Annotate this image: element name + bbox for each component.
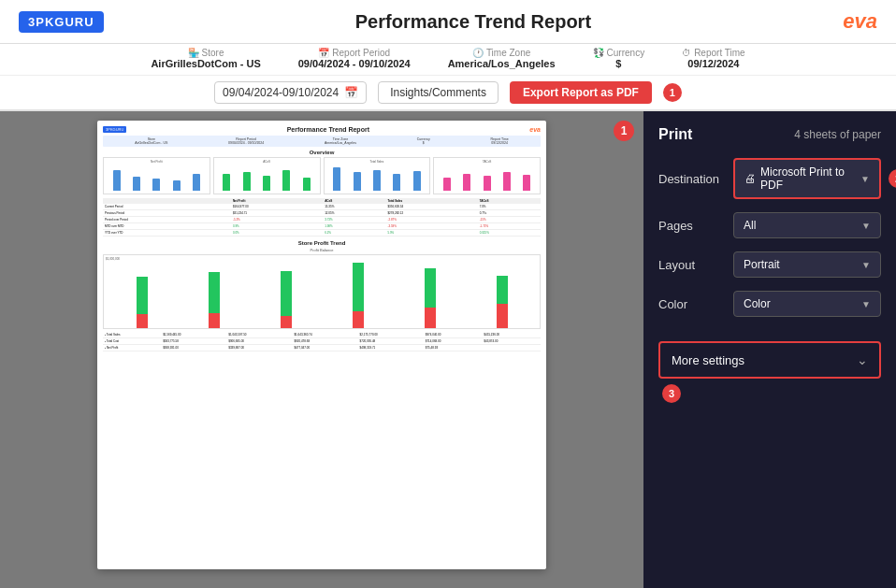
more-settings-button[interactable]: More settings ⌄ (658, 341, 881, 379)
preview-panel: 1 3PKGURU Performance Trend Report eva S… (0, 111, 643, 588)
currency-icon: 💱 (593, 48, 604, 58)
report-preview: 3PKGURU Performance Trend Report eva Sto… (97, 121, 546, 569)
profit-bar-july (353, 263, 364, 328)
destination-badge: 2 (889, 169, 896, 188)
layout-row: Layout Portrait ▼ (658, 251, 881, 278)
expand-icon: ⌄ (857, 352, 868, 367)
store-icon: 🏪 (188, 48, 199, 58)
meta-report-time: ⏱ Report Time 09/12/2024 (682, 48, 744, 69)
meta-report-period: 📅 Report Period 09/04/2024 - 09/10/2024 (298, 48, 411, 69)
profit-bar-may (209, 272, 220, 328)
profit-bar-august (425, 268, 436, 328)
meta-info-row: 🏪 Store AirGrillesDotCom - US 📅 Report P… (0, 44, 896, 76)
profit-summary-table: ▪ Total Sales $1,569,445.00 $1,043,597.5… (103, 332, 541, 351)
profit-bar-june (281, 271, 292, 328)
print-sheets-count: 4 sheets of paper (794, 128, 881, 141)
pages-label: Pages (658, 219, 733, 233)
profit-trend-title: Store Profit Trend (103, 240, 541, 246)
preview-logo: 3PKGURU (103, 126, 126, 133)
overview-charts: Net Profit ACoS (103, 157, 541, 194)
layout-value: Portrait (744, 258, 780, 271)
table-row: MTD over MTD 0.9% 1.98% -3.59% -1.72% (103, 223, 541, 230)
chevron-down-icon: ▼ (861, 221, 871, 231)
preview-badge: 1 (614, 121, 634, 141)
print-panel: Print 4 sheets of paper Destination 🖨 Mi… (643, 111, 896, 588)
destination-value: Microsoft Print to PDF (760, 165, 860, 192)
table-row: ▪ Net Profit $368,931.00 $339,887.00 $47… (103, 345, 541, 351)
pages-value: All (744, 219, 756, 232)
insights-button[interactable]: Insights/Comments (378, 81, 499, 104)
layout-select[interactable]: Portrait ▼ (733, 251, 881, 278)
preview-title: Performance Trend Report (287, 126, 369, 133)
date-range-input[interactable]: 09/04/2024-09/10/2024 📅 (214, 81, 367, 104)
tacos-chart: TACoS (433, 157, 541, 194)
profit-bar-september (497, 276, 508, 328)
printer-icon: 🖨 (744, 172, 756, 185)
pages-select[interactable]: All ▼ (733, 212, 881, 238)
profit-subtitle: Profit Balance (103, 248, 541, 252)
destination-label: Destination (658, 172, 733, 186)
color-row: Color Color ▼ (658, 291, 881, 317)
overview-title: Overview (103, 150, 541, 155)
app-logo: 3PKGURU (19, 11, 104, 33)
main-content: 1 3PKGURU Performance Trend Report eva S… (0, 111, 896, 588)
calendar-icon: 📅 (318, 48, 329, 58)
clock-icon: 🕐 (472, 48, 484, 58)
table-row: Previous Period $31,234.71 12.05% $278,2… (103, 210, 541, 217)
more-settings-label: More settings (672, 353, 744, 367)
calendar-icon: 📅 (344, 86, 358, 99)
more-settings-badge: 3 (662, 384, 681, 403)
meta-currency: 💱 Currency $ (593, 48, 645, 69)
preview-eva: eva (529, 126, 541, 133)
meta-timezone: 🕐 Time Zone America/Los_Angeles (448, 48, 556, 69)
table-row: Period over Period -5.2% 3.73% -2.87% -1… (103, 217, 541, 223)
total-sales-chart: Total Sales (324, 157, 431, 194)
top-bar: 3PKGURU Performance Trend Report eva (0, 0, 896, 44)
destination-select[interactable]: 🖨 Microsoft Print to PDF ▼ (733, 158, 881, 199)
chevron-down-icon: ▼ (860, 174, 870, 184)
print-header: Print 4 sheets of paper (658, 126, 881, 143)
controls-row: 09/04/2024-09/10/2024 📅 Insights/Comment… (0, 76, 896, 111)
table-row: ▪ Total Cost $583,775.58 $906,685.00 $92… (103, 338, 541, 345)
table-row: YTD over YTD 0.0% 6.2% 5.9% 0.025% (103, 230, 541, 237)
color-value: Color (744, 297, 771, 310)
layout-label: Layout (658, 258, 733, 272)
export-pdf-button[interactable]: Export Report as PDF (510, 81, 652, 104)
chevron-down-icon: ▼ (861, 260, 871, 270)
more-settings-container: More settings ⌄ 3 (658, 337, 881, 379)
pages-row: Pages All ▼ (658, 212, 881, 238)
net-profit-chart: Net Profit (103, 157, 210, 194)
eva-logo: eva (843, 9, 877, 34)
print-title: Print (658, 126, 692, 143)
export-badge: 1 (663, 83, 682, 102)
acos-chart: ACoS (213, 157, 321, 194)
color-select[interactable]: Color ▼ (733, 291, 881, 317)
time-icon: ⏱ (682, 48, 691, 58)
chevron-down-icon: ▼ (861, 299, 871, 309)
color-label: Color (658, 297, 733, 311)
profit-chart: $1,000,000 (103, 254, 541, 329)
page-title: Performance Trend Report (104, 11, 844, 33)
metrics-table: Net Profit ACoS Total Sales TACoS Curren… (103, 198, 541, 237)
preview-meta-row: StoreAirGrillesDotCom - US Report Period… (103, 136, 541, 147)
destination-row: Destination 🖨 Microsoft Print to PDF ▼ 2 (658, 158, 881, 199)
profit-bar-april (137, 277, 148, 328)
meta-store: 🏪 Store AirGrillesDotCom - US (151, 48, 260, 69)
